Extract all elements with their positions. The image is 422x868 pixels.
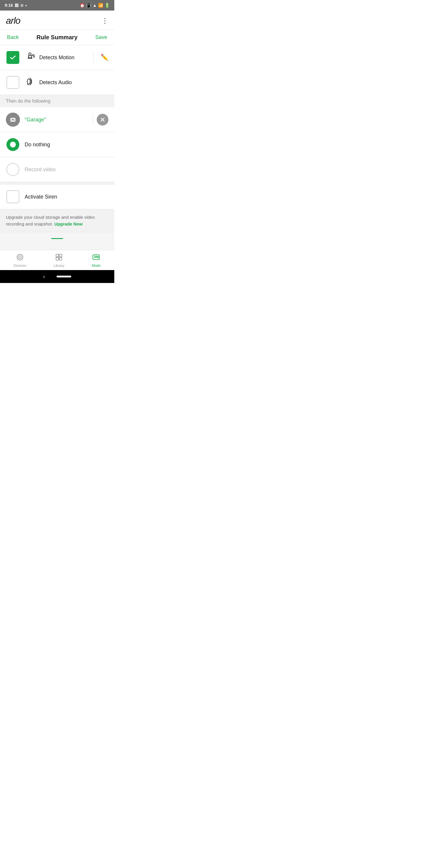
photo-icon: 🖼 [15,3,19,8]
divider2 [93,114,93,125]
do-nothing-label: Do nothing [25,142,108,148]
status-left: 9:16 🖼 ⊙ ● [5,3,27,8]
devices-icon [16,253,24,262]
svg-rect-11 [59,254,62,257]
motion-checkbox[interactable] [6,51,20,64]
signal-icon: 📶 [98,3,103,8]
siren-checkbox[interactable] [6,190,20,204]
tab-devices[interactable]: Devices [14,253,26,268]
trigger-motion-label: Detects Motion [39,55,90,61]
svg-rect-10 [56,254,59,257]
do-nothing-radio[interactable] [6,137,20,152]
trigger-audio-label: Detects Audio [39,80,108,86]
android-back-button[interactable]: ‹ [43,274,45,280]
divider [93,52,94,63]
wifi-icon: ▲ [93,3,97,8]
status-time: 9:16 [5,3,13,8]
svg-point-0 [29,53,31,55]
nav-bar: Back Rule Summary Save [0,30,114,45]
separator [0,182,114,184]
camera-circle [6,113,20,127]
upgrade-now-link[interactable]: Upgrade Now [54,221,83,226]
camera-icon-container [6,113,20,127]
green-indicator [51,238,63,239]
back-button[interactable]: Back [7,34,19,40]
remove-garage-button[interactable] [97,114,108,125]
svg-point-1 [27,79,30,84]
svg-point-9 [20,257,21,258]
audio-icon [25,76,35,89]
action-do-nothing-row[interactable]: Do nothing [0,132,114,157]
garage-label: "Garage" [25,117,46,123]
trigger-audio-row[interactable]: Detects Audio [0,70,114,95]
facebook-icon: ⊙ [20,3,24,8]
alarm-icon: ⏰ [80,3,85,8]
record-video-label: Record video [25,166,108,173]
tab-bar: Devices Library Mode [0,250,114,270]
devices-tab-label: Devices [14,264,26,268]
library-tab-label: Library [54,264,64,268]
content-spacer [0,232,114,250]
activate-siren-row[interactable]: Activate Siren [0,184,114,209]
tab-library[interactable]: Library [54,253,64,268]
arlo-logo: arlo [6,15,20,26]
then-section-label: Then do the following [0,95,114,107]
camera-svg [9,116,17,123]
content-area: Detects Motion ✏️ Detects Audio Then do … [0,45,114,250]
svg-rect-12 [56,257,59,260]
action-garage-row[interactable]: "Garage" [0,107,114,132]
save-button[interactable]: Save [95,34,107,40]
dot-icon: ● [25,4,27,7]
radio-inner [10,142,16,148]
audio-checkbox[interactable] [6,75,20,89]
page-title: Rule Summary [36,34,77,41]
tab-mode[interactable]: Mode [92,253,100,268]
android-home-button[interactable] [57,276,71,277]
mode-icon [92,253,100,262]
action-record-video-row[interactable]: Record video [0,157,114,182]
more-menu-button[interactable]: ⋮ [101,17,108,25]
motion-icon [25,51,35,64]
check-icon [9,54,17,61]
x-icon [100,117,105,122]
library-icon [55,253,63,262]
upgrade-banner: Upgrade your cloud storage and enable vi… [0,209,114,232]
svg-point-3 [12,119,14,121]
status-right: ⏰ 📳 ▲ 📶 🔋 [80,3,109,8]
record-video-radio[interactable] [6,162,20,177]
vibrate-icon: 📳 [86,3,91,8]
android-nav-bar: ‹ [0,270,114,283]
svg-rect-13 [59,257,62,260]
battery-icon: 🔋 [105,3,109,8]
edit-motion-button[interactable]: ✏️ [100,54,108,61]
trigger-motion-row[interactable]: Detects Motion ✏️ [0,45,114,70]
app-header: arlo ⋮ [0,10,114,30]
status-bar: 9:16 🖼 ⊙ ● ⏰ 📳 ▲ 📶 🔋 [0,0,114,10]
mode-tab-label: Mode [92,264,100,268]
activate-siren-label: Activate Siren [25,194,108,200]
